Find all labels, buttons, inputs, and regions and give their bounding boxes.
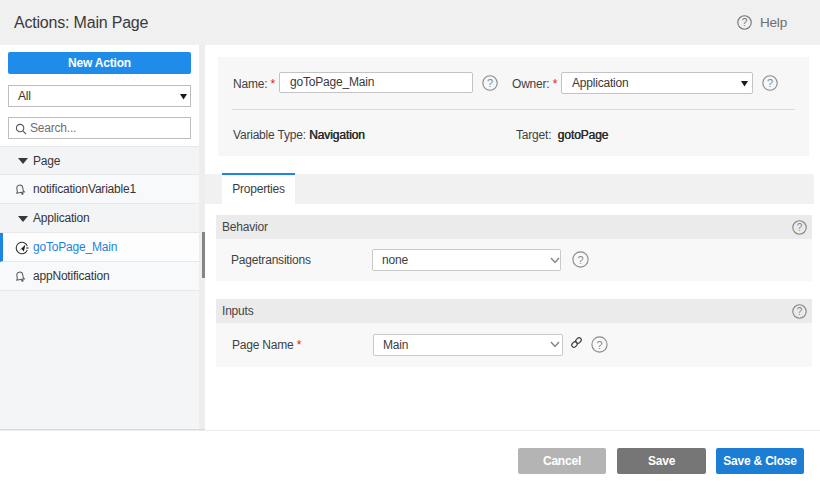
svg-text:?: ?: [767, 77, 773, 89]
svg-text:?: ?: [797, 222, 803, 233]
svg-text:?: ?: [487, 77, 493, 89]
svg-text:?: ?: [578, 254, 584, 266]
svg-text:?: ?: [597, 339, 603, 351]
svg-text:?: ?: [742, 17, 748, 28]
svg-text:?: ?: [797, 306, 803, 317]
